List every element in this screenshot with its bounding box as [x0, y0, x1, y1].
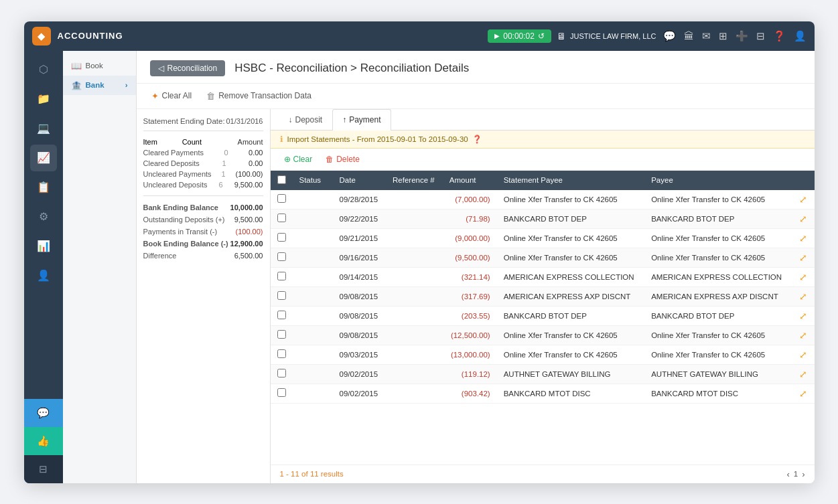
layout-icon[interactable]: ⊟ [756, 30, 765, 42]
info-icon: ℹ [280, 135, 283, 144]
clear-all-label: Clear All [162, 91, 192, 100]
table-row: 09/21/2015 (9,000.00) Online Xfer Transf… [271, 228, 815, 248]
row-checkbox[interactable] [277, 349, 286, 358]
row-status [293, 209, 333, 228]
prev-page-btn[interactable]: ‹ [786, 469, 789, 479]
help-icon[interactable]: ❓ [773, 30, 786, 42]
bank-icon[interactable]: 🏛 [684, 30, 694, 41]
row-ref [386, 228, 443, 248]
row-stmt-payee: BANKCARD MTOT DISC [497, 384, 644, 403]
row-stmt-payee: Online Xfer Transfer to CK 42605 [497, 325, 644, 345]
user-icon[interactable]: 👤 [794, 30, 807, 42]
summary-label: Outstanding Deposits (+) [143, 216, 225, 224]
nav-item-bank[interactable]: 🏦 Bank › [63, 76, 136, 95]
ext-link-icon[interactable]: ⤢ [799, 388, 807, 399]
ext-link-icon[interactable]: ⤢ [799, 214, 807, 224]
row-checkbox-cell [271, 364, 293, 384]
stat-amount: 0.00 [249, 149, 263, 157]
sidebar-item-reports[interactable]: 📋 [30, 174, 57, 201]
stat-row: Cleared Deposits10.00 [143, 158, 263, 169]
ext-link-icon[interactable]: ⤢ [799, 369, 807, 380]
summary-value: (100.00) [236, 228, 263, 236]
row-payee: Online Xfer Transfer to CK 42605 [644, 248, 792, 267]
row-ext-cell: ⤢ [792, 209, 815, 228]
table-row: 09/22/2015 (71.98) BANKCARD BTOT DEP BAN… [271, 209, 815, 228]
summary-rows: Bank Ending Balance10,000.00Outstanding … [143, 201, 263, 262]
tab-deposit[interactable]: ↓ Deposit [279, 109, 333, 130]
row-amount: (9,500.00) [443, 248, 497, 267]
sidebar-item-settings[interactable]: ⚙ [30, 203, 57, 230]
row-checkbox[interactable] [277, 272, 286, 280]
sidebar-thumb-btn[interactable]: 👍 [24, 427, 63, 455]
th-payee: Payee [644, 171, 792, 190]
row-stmt-payee: Online Xfer Transfer to CK 42605 [497, 248, 644, 267]
ext-link-icon[interactable]: ⤢ [799, 330, 807, 341]
row-checkbox[interactable] [277, 291, 286, 300]
row-amount: (12,500.00) [443, 325, 497, 345]
ext-link-icon[interactable]: ⤢ [799, 252, 807, 263]
timer-badge[interactable]: ▶ 00:00:02 ↺ [488, 29, 551, 43]
row-checkbox[interactable] [277, 369, 286, 377]
row-date: 09/21/2015 [333, 228, 387, 248]
sidebar-more-btn[interactable]: ⊟ [24, 455, 63, 483]
ext-link-icon[interactable]: ⤢ [799, 311, 807, 321]
row-checkbox-cell [271, 325, 293, 345]
row-checkbox[interactable] [277, 252, 286, 261]
play-icon: ▶ [494, 32, 500, 39]
th-amount: Amount [443, 171, 497, 190]
back-button[interactable]: ◁ Reconciliation [150, 60, 226, 76]
tab-payment[interactable]: ↑ Payment [332, 109, 391, 131]
row-amount: (903.42) [443, 384, 497, 403]
row-date: 09/08/2015 [333, 325, 387, 345]
row-checkbox[interactable] [277, 233, 286, 242]
sidebar-item-dashboard[interactable]: ⬡ [30, 56, 57, 83]
th-status: Status [293, 171, 333, 190]
email-icon[interactable]: ✉ [702, 30, 711, 42]
add-icon[interactable]: ➕ [736, 30, 748, 42]
row-checkbox[interactable] [277, 311, 286, 319]
stat-amount: 0.00 [249, 159, 263, 167]
sidebar-item-chart[interactable]: 📈 [30, 145, 57, 171]
row-status [293, 248, 333, 267]
sidebar-item-folders[interactable]: 📁 [30, 86, 57, 112]
sidebar-item-computer[interactable]: 💻 [30, 115, 57, 142]
stat-amount: (100.00) [236, 170, 263, 178]
row-amount: (119.12) [443, 364, 497, 384]
row-checkbox[interactable] [277, 388, 286, 397]
delete-btn-label: Delete [336, 155, 360, 164]
ext-link-icon[interactable]: ⤢ [799, 233, 807, 244]
chat-icon[interactable]: 💬 [663, 30, 676, 42]
next-page-btn[interactable]: › [802, 469, 805, 479]
remove-transaction-button[interactable]: 🗑 Remove Transaction Data [202, 89, 316, 103]
clear-button[interactable]: ⊕ Clear [280, 153, 317, 166]
table-row: 09/02/2015 (903.42) BANKCARD MTOT DISC B… [271, 384, 815, 403]
clear-all-button[interactable]: ✦ Clear All [147, 89, 196, 103]
sidebar-item-user[interactable]: 👤 [30, 262, 57, 289]
row-checkbox-cell [271, 286, 293, 306]
table-row: 09/08/2015 (203.55) BANKCARD BTOT DEP BA… [271, 306, 815, 325]
delete-button[interactable]: 🗑 Delete [322, 153, 364, 166]
sidebar: ⬡ 📁 💻 📈 📋 ⚙ 📊 👤 💬 👍 ⊟ [24, 51, 63, 483]
row-checkbox[interactable] [277, 194, 286, 203]
grid-icon[interactable]: ⊞ [719, 30, 727, 42]
row-checkbox[interactable] [277, 214, 286, 222]
th-ref: Reference # [386, 171, 443, 190]
ext-link-icon[interactable]: ⤢ [799, 194, 807, 205]
sidebar-item-analytics[interactable]: 📊 [30, 233, 57, 260]
stat-row: Uncleared Payments1(100.00) [143, 169, 263, 179]
timer-value: 00:00:02 [503, 31, 535, 41]
select-all-checkbox[interactable] [277, 175, 286, 184]
tabs: ↓ Deposit ↑ Payment [271, 109, 815, 131]
row-checkbox[interactable] [277, 330, 286, 339]
sidebar-chat-btn[interactable]: 💬 [24, 399, 63, 427]
ext-link-icon[interactable]: ⤢ [799, 349, 807, 360]
row-stmt-payee: AMERICAN EXPRESS COLLECTION [497, 267, 644, 286]
ext-link-icon[interactable]: ⤢ [799, 272, 807, 282]
table-row: 09/14/2015 (321.14) AMERICAN EXPRESS COL… [271, 267, 815, 286]
row-ref [386, 248, 443, 267]
nav-item-book[interactable]: 📖 Book [63, 56, 136, 76]
ext-link-icon[interactable]: ⤢ [799, 291, 807, 302]
stat-amount: 9,500.00 [234, 181, 263, 189]
row-stmt-payee: BANKCARD BTOT DEP [497, 306, 644, 325]
col-item: Item [143, 137, 172, 147]
